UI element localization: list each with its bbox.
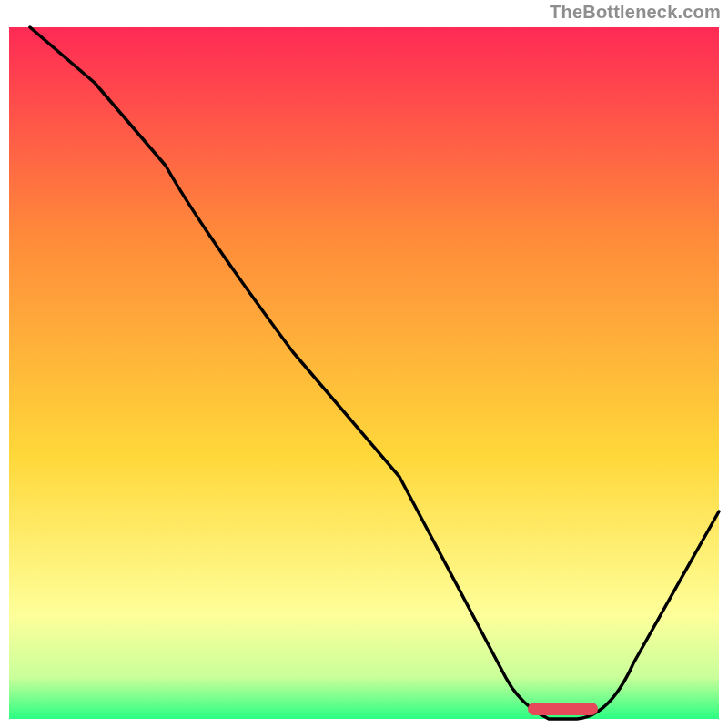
chart-stage: TheBottleneck.com — [0, 0, 728, 728]
watermark-text: TheBottleneck.com — [550, 2, 721, 23]
bottleneck-plot — [0, 0, 728, 728]
heat-background — [9, 27, 719, 719]
